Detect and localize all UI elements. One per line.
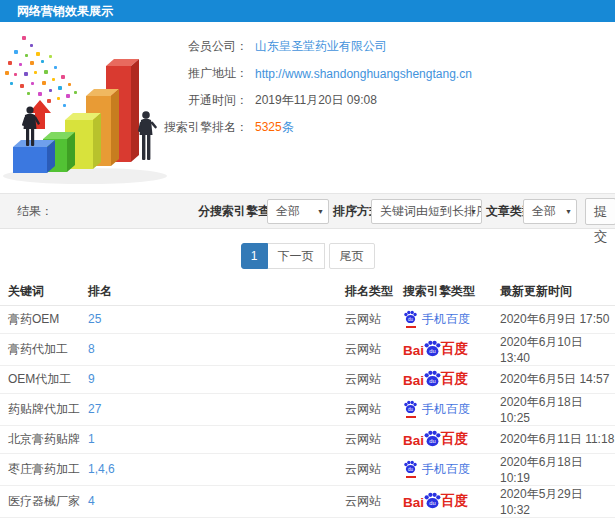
article-type-selected: 全部	[532, 204, 556, 218]
baidu-paw-icon: du	[423, 492, 442, 509]
keyword-rank-table: 关键词 排名 排名类型 搜索引擎类型 最新更新时间 膏药OEM 25 云网站	[0, 278, 615, 520]
info-row-url: 推广地址： http://www.shandonghuangshengtang.…	[158, 60, 598, 87]
rank-type-cell: 云网站	[337, 425, 395, 453]
updated-cell: 2020年6月18日 10:25	[492, 393, 615, 425]
info-row-company: 会员公司： 山东皇圣堂药业有限公司	[158, 33, 598, 60]
table-header-row: 关键词 排名 排名类型 搜索引擎类型 最新更新时间	[0, 278, 615, 305]
keyword-cell: 膏药OEM	[0, 305, 80, 333]
svg-text:du: du	[408, 467, 414, 472]
confetti-decoration	[5, 36, 77, 107]
keyword-cell: OEM代加工	[0, 365, 80, 393]
table-row: 北京膏药贴牌 1 云网站 du	[0, 425, 615, 453]
rank-cell: 1	[80, 425, 337, 453]
header-rank: 排名	[80, 278, 337, 305]
paw-underline	[406, 416, 416, 418]
updated-cell: 2020年5月29日 10:32	[492, 485, 615, 517]
rank-cell: 4	[80, 485, 337, 517]
rank-count-number: 5325	[255, 120, 282, 134]
info-row-open-time: 开通时间： 2019年11月20日 09:08	[158, 87, 598, 114]
baidu-logo-baidu: 百度	[441, 430, 468, 448]
rank-type-cell: 云网站	[337, 485, 395, 517]
engine-view-select[interactable]: 全部 ▼	[267, 199, 329, 224]
engine-cell: du 手机百度 Bai du	[395, 453, 492, 485]
open-time-value: 2019年11月20日 09:08	[255, 92, 377, 109]
chevron-down-icon: ▼	[565, 200, 572, 223]
mobile-baidu-logo: du 手机百度	[403, 310, 470, 328]
mobile-baidu-label: 手机百度	[422, 461, 470, 478]
rank-type-cell: 云网站	[337, 305, 395, 333]
last-page-button[interactable]: 尾页	[329, 243, 375, 269]
info-row-rank-count: 搜索引擎排名： 5325条	[158, 114, 598, 141]
rank-cell: 9	[80, 365, 337, 393]
open-time-label: 开通时间：	[158, 92, 248, 109]
keyword-cell: 药贴牌代加工	[0, 393, 80, 425]
rank-link[interactable]: 25	[88, 312, 101, 326]
page: 网络营销效果展示	[0, 0, 615, 520]
sort-select[interactable]: 关键词由短到长排序 ▼	[371, 199, 482, 224]
rank-cell: 27	[80, 393, 337, 425]
baidu-logo-bai: Bai	[403, 343, 424, 358]
rank-count-label: 搜索引擎排名：	[158, 119, 248, 136]
table-row: 膏药代加工 8 云网站 du	[0, 333, 615, 365]
company-link[interactable]: 山东皇圣堂药业有限公司	[255, 38, 387, 55]
baidu-paw-icon: du	[423, 370, 442, 387]
rank-type-cell: 云网站	[337, 365, 395, 393]
rank-link[interactable]: 9	[88, 372, 95, 386]
result-label: 结果：	[17, 194, 53, 228]
table-row: 医疗器械厂家 4 云网站 du	[0, 485, 615, 517]
page-1-button[interactable]: 1	[241, 243, 268, 269]
company-label: 会员公司：	[158, 38, 248, 55]
engine-cell: du 手机百度 Bai du	[395, 393, 492, 425]
table-row: OEM代加工 9 云网站 du	[0, 365, 615, 393]
page-title: 网络营销效果展示	[17, 0, 113, 22]
baidu-logo-bai: Bai	[403, 373, 424, 388]
keyword-cell: 膏药代加工	[0, 333, 80, 365]
rank-cell: 25	[80, 305, 337, 333]
submit-button[interactable]: 提交	[585, 198, 615, 225]
engine-cell: du 手机百度 Bai du	[395, 365, 492, 393]
engine-cell: du 手机百度 Bai du	[395, 305, 492, 333]
mobile-baidu-logo: du 手机百度	[403, 460, 470, 478]
next-page-button[interactable]: 下一页	[268, 243, 325, 269]
rank-type-cell: 云网站	[337, 393, 395, 425]
baidu-paw-icon: du	[403, 460, 418, 474]
mobile-baidu-label: 手机百度	[422, 401, 470, 418]
businessman-right	[138, 111, 157, 160]
baidu-paw-icon: du	[403, 310, 418, 324]
table-row: 枣庄膏药加工 1,4,6 云网站 du	[0, 453, 615, 485]
header-engine-type: 搜索引擎类型	[395, 278, 492, 305]
updated-cell: 2020年6月5日 14:57	[492, 365, 615, 393]
baidu-logo: Bai du 百度	[403, 492, 468, 510]
paw-underline	[406, 326, 416, 328]
sort-selected: 关键词由短到长排序	[380, 204, 482, 218]
rank-link[interactable]: 4	[88, 494, 95, 508]
info-panel: 会员公司： 山东皇圣堂药业有限公司 推广地址： http://www.shand…	[158, 33, 598, 141]
rank-link[interactable]: 1,4,6	[88, 462, 115, 476]
header-keyword: 关键词	[0, 278, 80, 305]
pagination: 1 下一页 尾页	[0, 243, 615, 269]
updated-cell: 2020年6月11日 11:18	[492, 425, 615, 453]
baidu-paw-icon: du	[423, 430, 442, 447]
rank-cell: 1,4,6	[80, 453, 337, 485]
svg-text:du: du	[429, 348, 435, 354]
engine-cell: du 手机百度 Bai du	[395, 333, 492, 365]
svg-text:du: du	[408, 407, 414, 412]
updated-cell: 2020年6月18日 10:19	[492, 453, 615, 485]
header-rank-type: 排名类型	[337, 278, 395, 305]
keyword-cell: 医疗器械厂家	[0, 485, 80, 517]
engine-view-selected: 全部	[276, 204, 300, 218]
rank-link[interactable]: 1	[88, 432, 95, 446]
rank-type-cell: 云网站	[337, 453, 395, 485]
article-type-select[interactable]: 全部 ▼	[523, 199, 577, 224]
updated-cell: 2020年6月9日 17:50	[492, 305, 615, 333]
rank-link[interactable]: 27	[88, 402, 101, 416]
baidu-logo-baidu: 百度	[441, 340, 468, 358]
chevron-down-icon: ▼	[470, 200, 477, 223]
rank-link[interactable]: 8	[88, 342, 95, 356]
svg-text:du: du	[429, 378, 435, 384]
titlebar: 网络营销效果展示	[0, 0, 615, 22]
chevron-down-icon: ▼	[317, 200, 324, 223]
mobile-baidu-logo: du 手机百度	[403, 400, 470, 418]
updated-cell: 2020年6月10日 13:40	[492, 333, 615, 365]
promo-url-link[interactable]: http://www.shandonghuangshengtang.cn	[255, 67, 472, 81]
